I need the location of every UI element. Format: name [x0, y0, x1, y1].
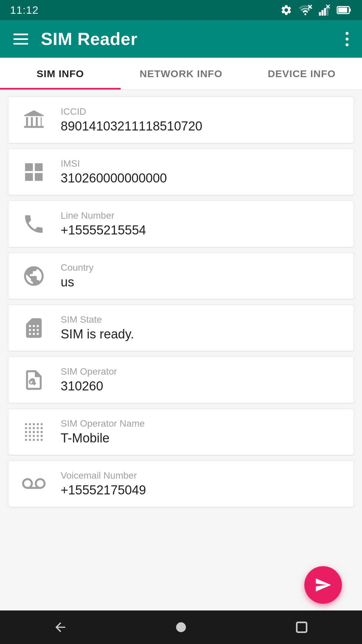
voicemail-card: Voicemail Number +15552175049 [8, 461, 354, 507]
signal-icon [318, 4, 330, 16]
iccid-value: 89014103211118510720 [61, 119, 202, 133]
line-number-card: Line Number +15555215554 [8, 201, 354, 247]
svg-rect-10 [338, 8, 347, 13]
sim-state-card: SIM State SIM is ready. [8, 305, 354, 351]
content-area: ICCID 89014103211118510720 IMSI 31026000… [0, 90, 362, 644]
iccid-text: ICCID 89014103211118510720 [61, 106, 202, 133]
svg-point-0 [304, 13, 306, 15]
tab-network-info[interactable]: NETWORK INFO [121, 58, 241, 90]
country-label: Country [61, 262, 94, 273]
svg-rect-11 [349, 9, 351, 12]
imsi-value: 310260000000000 [61, 171, 167, 185]
battery-icon [337, 4, 352, 16]
sim-state-label: SIM State [61, 314, 134, 325]
phone-icon [19, 212, 49, 236]
status-bar: 11:12 [0, 0, 362, 20]
tab-bar: SIM INFO NETWORK INFO DEVICE INFO [0, 58, 362, 90]
line-number-label: Line Number [61, 210, 146, 221]
imsi-text: IMSI 310260000000000 [61, 158, 167, 185]
hamburger-button[interactable] [11, 31, 31, 47]
sim-operator-name-label: SIM Operator Name [61, 418, 145, 429]
svg-rect-13 [35, 163, 43, 171]
app-title: SIM Reader [41, 29, 333, 49]
country-text: Country us [61, 262, 94, 289]
sim-operator-text: SIM Operator 310260 [61, 366, 117, 393]
voicemail-text: Voicemail Number +15552175049 [61, 470, 146, 497]
country-card: Country us [8, 253, 354, 299]
sim-operator-name-card: SIM Operator Name T-Mobile [8, 409, 354, 455]
app-bar: SIM Reader [0, 20, 362, 58]
fab-send-button[interactable] [304, 566, 342, 604]
sim-operator-value: 310260 [61, 379, 117, 393]
sim-operator-card: SIM Operator 310260 [8, 357, 354, 403]
bottom-navigation [0, 610, 362, 644]
bank-icon [19, 108, 49, 132]
status-time: 11:12 [10, 4, 39, 16]
settings-icon [280, 4, 292, 16]
globe-icon [19, 264, 49, 288]
tab-device-info[interactable]: DEVICE INFO [241, 58, 362, 90]
imsi-label: IMSI [61, 158, 167, 169]
voicemail-value: +15552175049 [61, 483, 146, 497]
grid-icon [19, 160, 49, 184]
svg-rect-5 [324, 8, 326, 16]
recents-button[interactable] [281, 614, 322, 640]
more-options-button[interactable] [343, 29, 351, 49]
svg-rect-3 [319, 12, 321, 16]
back-button[interactable] [40, 614, 81, 640]
iccid-label: ICCID [61, 106, 202, 117]
status-icons [280, 4, 352, 16]
keypad-icon [19, 420, 49, 444]
line-number-text: Line Number +15555215554 [61, 210, 146, 237]
sim-operator-label: SIM Operator [61, 366, 117, 377]
sim-operator-name-text: SIM Operator Name T-Mobile [61, 418, 145, 445]
sim-operator-name-value: T-Mobile [61, 431, 145, 445]
wifi-icon [298, 4, 312, 16]
sim-icon [19, 316, 49, 340]
country-value: us [61, 275, 94, 289]
svg-point-16 [176, 622, 186, 632]
search-doc-icon [19, 368, 49, 392]
svg-rect-17 [297, 622, 306, 632]
svg-rect-14 [25, 173, 33, 180]
svg-rect-4 [321, 10, 323, 16]
line-number-value: +15555215554 [61, 223, 146, 237]
iccid-card: ICCID 89014103211118510720 [8, 97, 354, 143]
voicemail-label: Voicemail Number [61, 470, 146, 481]
voicemail-icon [19, 472, 49, 496]
svg-rect-15 [35, 173, 43, 180]
svg-rect-12 [25, 163, 33, 171]
sim-state-text: SIM State SIM is ready. [61, 314, 134, 341]
tab-sim-info[interactable]: SIM INFO [0, 58, 121, 90]
imsi-card: IMSI 310260000000000 [8, 149, 354, 195]
sim-state-value: SIM is ready. [61, 327, 134, 341]
home-button[interactable] [160, 614, 202, 640]
